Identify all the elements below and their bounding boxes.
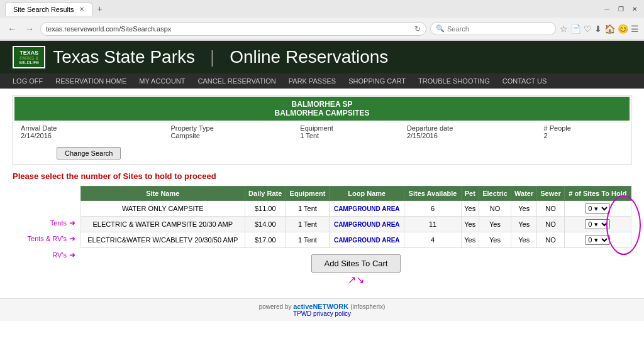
arrival-date-col: Arrival Date 2/14/2016 — [14, 122, 164, 142]
back-button[interactable]: ← — [5, 23, 19, 35]
cart-arrow-decoration: ↗↘ — [87, 274, 625, 286]
favorites-icon[interactable]: ♡ — [584, 24, 592, 34]
nav-reservation-home[interactable]: RESERVATION HOME — [55, 77, 126, 85]
change-search-button[interactable]: Change Search — [57, 147, 121, 160]
equipment-col: Equipment 1 Tent — [294, 122, 399, 142]
reading-mode-icon[interactable]: 📄 — [570, 24, 581, 34]
water-cell: Yes — [511, 201, 537, 217]
campground-link[interactable]: CAMPGROUND AREA — [334, 237, 400, 244]
search-input[interactable] — [447, 25, 535, 33]
site-name-cell: ELECTRIC & WATER CAMPSITE 20/30 AMP — [81, 217, 245, 232]
pet-cell: Yes — [461, 232, 479, 248]
home-icon[interactable]: 🏠 — [604, 24, 615, 34]
col-sewer: Sewer — [537, 187, 565, 201]
nav-log-off[interactable]: LOG OFF — [13, 77, 43, 85]
col-water: Water — [511, 187, 537, 201]
campground-link[interactable]: CAMPGROUND AREA — [334, 205, 400, 212]
campground-link[interactable]: CAMPGROUND AREA — [334, 221, 400, 228]
footer: powered by activeNETWORK (infospherix) T… — [0, 298, 644, 321]
sites-available-cell: 4 — [404, 232, 461, 248]
arrival-date-label: Arrival Date — [21, 124, 157, 132]
page-content: TEXAS PARKS & WILDLIFE Texas State Parks… — [0, 41, 644, 321]
url-bar[interactable]: texas.reserveworld.com/SiteSearch.aspx ↻ — [40, 22, 426, 36]
qty-select-1[interactable]: 0 ▾ 1 2 3 — [585, 219, 610, 229]
close-button[interactable]: ✕ — [630, 4, 639, 13]
pet-cell: Yes — [461, 201, 479, 217]
new-tab-button[interactable]: + — [92, 1, 108, 16]
equipment-cell: 1 Tent — [286, 217, 329, 232]
nav-park-passes[interactable]: PARK PASSES — [289, 77, 336, 85]
qty-cell: 0 ▾ 1 2 3 — [564, 201, 631, 217]
infospherix-label: (infospherix) — [350, 303, 385, 310]
pet-cell: Yes — [461, 217, 479, 232]
forward-button[interactable]: → — [23, 23, 36, 35]
site-name-cell: WATER ONLY CAMPSITE — [81, 201, 245, 217]
download-icon[interactable]: ⬇ — [594, 24, 602, 34]
add-sites-to-cart-button[interactable]: Add Sites To Cart — [311, 254, 401, 273]
daily-rate-cell: $17.00 — [245, 232, 286, 248]
browser-tab[interactable]: Site Search Results ✕ — [5, 3, 92, 16]
daily-rate-cell: $11.00 — [245, 201, 286, 217]
daily-rate-cell: $14.00 — [245, 217, 286, 232]
tents-rvs-annotation: Tents & RV's ➜ — [28, 234, 75, 243]
profile-icon[interactable]: 😊 — [618, 24, 628, 34]
results-area: Site Name Daily Rate Equipment Loop Name… — [80, 186, 631, 292]
bookmark-star-icon[interactable]: ☆ — [560, 24, 568, 34]
qty-cell: 0 ▾ 1 2 3 — [564, 217, 631, 232]
departure-date-value: 2/15/2016 — [407, 132, 530, 139]
cart-section: Add Sites To Cart ↗↘ — [80, 248, 631, 292]
menu-icon[interactable]: ☰ — [631, 24, 639, 34]
property-type-label: Property Type — [171, 124, 287, 132]
rvs-annotation: RV's ➜ — [52, 251, 75, 259]
browser-search-bar[interactable]: 🔍 — [430, 22, 556, 35]
electric-cell: Yes — [479, 232, 511, 248]
sewer-cell: NO — [537, 232, 565, 248]
minimize-button[interactable]: ─ — [602, 4, 611, 13]
qty-select-0[interactable]: 0 ▾ 1 2 3 — [585, 203, 610, 214]
site-subtitle: Online Reservations — [230, 47, 388, 67]
property-type-value: Campsite — [171, 132, 287, 139]
privacy-policy-link[interactable]: TPWD privacy policy — [293, 310, 351, 317]
logo-box: TEXAS PARKS & WILDLIFE — [13, 46, 45, 68]
electric-cell: NO — [479, 201, 511, 217]
col-electric: Electric — [479, 187, 511, 201]
nav-menu: LOG OFF RESERVATION HOME MY ACCOUNT CANC… — [0, 73, 644, 89]
col-daily-rate: Daily Rate — [245, 187, 286, 201]
tab-close-button[interactable]: ✕ — [79, 6, 84, 13]
people-label: # People — [544, 124, 624, 132]
search-icon: 🔍 — [436, 24, 445, 33]
table-row: WATER ONLY CAMPSITE $11.00 1 Tent CAMPGR… — [81, 201, 631, 217]
property-type-col: Property Type Campsite — [165, 122, 293, 142]
nav-contact-us[interactable]: CONTACT US — [502, 77, 547, 85]
table-row: ELECTRIC&WATER W/CABLETV 20/30/50 AMP $1… — [81, 232, 631, 248]
departure-date-label: Departure date — [407, 124, 530, 132]
change-search-cell: Change Search — [14, 143, 164, 163]
restore-button[interactable]: ❐ — [616, 4, 625, 13]
nav-trouble-shooting[interactable]: TROUBLE SHOOTING — [418, 77, 490, 85]
sewer-cell: NO — [537, 217, 565, 232]
sites-available-cell: 6 — [404, 201, 461, 217]
qty-select-2[interactable]: 0 ▾ 1 2 3 — [585, 235, 610, 245]
col-sites-available: Sites Available — [404, 187, 461, 201]
electric-cell: Yes — [479, 217, 511, 232]
powered-by-label: powered by — [259, 303, 292, 310]
equipment-cell: 1 Tent — [286, 201, 329, 217]
nav-cancel-reservation[interactable]: CANCEL RESERVATION — [198, 77, 276, 85]
sites-available-cell: 11 — [404, 217, 461, 232]
col-sites-to-hold: # of Sites To Hold — [564, 187, 631, 201]
nav-shopping-cart[interactable]: SHOPPING CART — [348, 77, 406, 85]
site-header: TEXAS PARKS & WILDLIFE Texas State Parks… — [0, 41, 644, 73]
col-equipment: Equipment — [286, 187, 329, 201]
nav-icons: ☆ 📄 ♡ ⬇ 🏠 😊 ☰ — [560, 24, 639, 34]
logo-mid: PARKS & — [19, 56, 38, 60]
water-cell: Yes — [511, 217, 537, 232]
active-network-logo: activeNETWORK — [293, 303, 350, 310]
tents-annotation: Tents ➜ — [50, 219, 75, 227]
nav-my-account[interactable]: MY ACCOUNT — [139, 77, 185, 85]
site-title: Texas State Parks — [53, 47, 195, 67]
content-wrapper: Tents ➜ Tents & RV's ➜ RV's ➜ Site N — [13, 186, 631, 292]
people-value: 2 — [544, 132, 624, 139]
title-divider: | — [210, 47, 214, 67]
instruction-text: Please select the number of Sites to hol… — [13, 171, 631, 181]
refresh-button[interactable]: ↻ — [414, 24, 421, 33]
